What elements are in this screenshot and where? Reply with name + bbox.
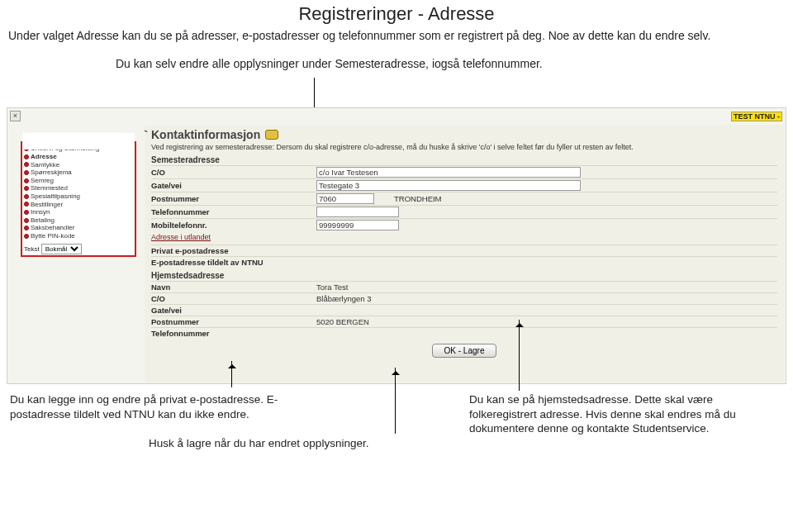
label-hjem-gate: Gate/vei [151,306,316,315]
row-gate: Gate/vei [151,178,777,192]
row-privat-epost: Privat e-postadresse [151,245,777,256]
main-heading: Kontaktinformasjon [151,128,260,141]
label-mobil: Mobiltelefonnr. [151,221,316,230]
bullet-icon [24,202,29,207]
row-mobil: Mobiltelefonnr. [151,218,777,231]
bullet-icon [24,170,29,175]
row-tlf: Telefonnummer [151,205,777,218]
bullet-icon [24,226,29,230]
value-hjem-co: Blåbærlyngen 3 [316,294,372,303]
input-gate[interactable] [316,180,581,191]
bullet-icon [24,210,29,215]
language-select[interactable]: Bokmål [41,244,82,254]
sidebar-item-bytte-pin[interactable]: Bytte PIN-kode [24,232,133,240]
sidebar-item-samtykke[interactable]: Samtykke [24,161,133,169]
sidebar-item-label: Bytte PIN-kode [31,232,75,240]
sidebar-item-label: Samtykke [31,161,59,169]
note-epost: Du kan legge inn og endre på privat e-po… [10,392,316,436]
bullet-icon [24,154,29,159]
environment-tag: TEST NTNU - [731,112,782,121]
instruction-text: Ved registrering av semesteradresse: Der… [151,143,777,152]
bullet-icon [24,218,29,223]
sidebar-item-label: Betaling [31,216,55,225]
language-label: Tekst [24,245,40,253]
cursor-icon: ↖ [145,125,150,137]
row-hjem-tlf: Telefonnummer [151,327,777,339]
sidebar-item-sporreskjema[interactable]: Spørreskjema [24,169,133,177]
input-postnr[interactable] [316,193,374,204]
sidebar-item-betaling[interactable]: Betaling [24,216,133,225]
sidebar-item-innsyn[interactable]: Innsyn [24,208,133,216]
bullet-icon [24,186,29,191]
section-hjemsted: Hjemstedsadresse [151,271,777,280]
intro-paragraph-2: Du kan selv endre alle opplysninger unde… [0,45,793,76]
label-hjem-navn: Navn [151,283,316,292]
sidebar-item-label: Spørreskjema [31,169,72,177]
sidebar-item-label: Semreg [31,177,54,185]
sidebar-item-stemmested[interactable]: Stemmested [24,184,133,192]
sidebar-item-label: Saksbehandler [31,224,74,232]
intro-paragraph-2-text: Du kan selv endre alle opplysninger unde… [116,57,543,70]
sidebar-item-saksbehandler[interactable]: Saksbehandler [24,224,133,232]
row-ntnu-epost: E-postadresse tildelt av NTNU [151,256,777,268]
label-hjem-tlf: Telefonnummer [151,329,316,338]
bullet-icon [24,234,29,239]
value-hjem-postnr: 5020 BERGEN [316,317,369,326]
app-screenshot: × TEST NTNU - Underv. og eks.melding Adr… [7,107,786,384]
label-privat-epost: Privat e-postadresse [151,246,316,255]
sidebar-item-semreg[interactable]: Semreg [24,177,133,185]
language-selector-row: Tekst Bokmål [24,244,133,254]
row-postnr: Postnummer TRONDHEIM [151,192,777,205]
bullet-icon [24,194,29,199]
bullet-icon [24,178,29,183]
value-hjem-navn: Tora Test [316,283,348,292]
sidebar-item-bestillinger[interactable]: Bestillinger [24,201,133,209]
sidebar-item-label: Adresse [31,153,57,161]
sidebar-item-label: Spesialtilpasning [31,192,80,201]
row-co: C/O [151,165,777,178]
close-icon[interactable]: × [10,111,21,121]
sidebar-item-spesialtilpasning[interactable]: Spesialtilpasning [24,192,133,201]
label-postnr: Postnummer [151,194,316,203]
row-hjem-postnr: Postnummer 5020 BERGEN [151,316,777,327]
link-utland[interactable]: Adresse i utlandet [151,233,777,241]
label-tlf: Telefonnummer [151,207,316,216]
row-hjem-gate: Gate/vei [151,304,777,316]
label-ntnu-epost: E-postadresse tildelt av NTNU [151,258,316,267]
sidebar: Underv. og eks.melding Adresse Samtykke … [21,141,136,257]
arrow-to-epost [231,361,232,387]
face-icon [265,130,278,140]
note-hjemsted: Du kan se på hjemstedsadresse. Dette ska… [469,392,783,436]
sidebar-item-label: Bestillinger [31,201,63,209]
input-mobil[interactable] [316,220,399,230]
bottom-notes: Du kan legge inn og endre på privat e-po… [0,384,793,436]
label-gate: Gate/vei [151,181,316,190]
section-semesteradresse: Semesteradresse [151,155,777,164]
label-hjem-postnr: Postnummer [151,317,316,326]
sidebar-item-adresse[interactable]: Adresse [24,153,133,161]
intro-paragraph-1: Under valget Adresse kan du se på adress… [0,26,793,45]
sidebar-item-label: Stemmested [31,184,68,192]
ok-lagre-button[interactable]: OK - Lagre [432,344,497,358]
main-panel: ↖ Kontaktinformasjon Ved registrering av… [145,125,784,382]
sidebar-item-label: Innsyn [31,208,50,216]
page-title: Registreringer - Adresse [0,0,793,26]
row-hjem-co: C/O Blåbærlyngen 3 [151,292,777,304]
input-tlf[interactable] [316,207,399,217]
city-text: TRONDHEIM [394,194,442,203]
note-husk: Husk å lagre når du har endret opplysnin… [149,437,368,449]
row-hjem-navn: Navn Tora Test [151,281,777,292]
input-co[interactable] [316,167,581,178]
arrow-to-hjemsted [519,320,520,391]
label-co: C/O [151,168,316,177]
arrow-to-lagre [395,368,396,434]
bullet-icon [24,162,29,167]
label-hjem-co: C/O [151,294,316,303]
sidebar-top-cover [22,133,135,150]
